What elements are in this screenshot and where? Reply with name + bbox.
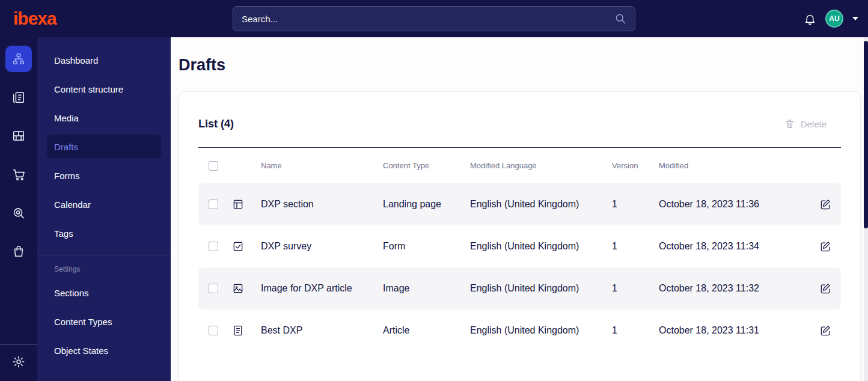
rail-item-dashboard[interactable] — [5, 46, 32, 72]
table-row[interactable]: Best DXP Article English (United Kingdom… — [198, 309, 841, 352]
list-title: List (4) — [198, 118, 234, 130]
sidebar-item-content-types[interactable]: Content Types — [47, 309, 161, 334]
column-header-name: Name — [261, 161, 383, 170]
cell-content-type: Article — [383, 325, 470, 336]
cell-modified: October 18, 2023 11:31 — [659, 325, 810, 336]
icon-rail — [0, 37, 37, 381]
cell-name[interactable]: DXP section — [261, 199, 383, 210]
shop-bag-icon — [12, 245, 25, 258]
sidebar-item-sections[interactable]: Sections — [47, 281, 161, 305]
cell-modified: October 18, 2023 11:34 — [659, 241, 810, 252]
table-header-row: Name Content Type Modified Language Vers… — [198, 147, 841, 183]
table-row[interactable]: DXP section Landing page English (United… — [198, 183, 841, 225]
media-bricks-icon — [12, 129, 25, 142]
settings-section-label: Settings — [54, 265, 161, 273]
topbar: ibexa AU — [0, 0, 868, 37]
edit-draft-button[interactable] — [810, 325, 841, 337]
rail-item-content[interactable] — [5, 84, 32, 111]
cell-language: English (United Kingdom) — [470, 199, 612, 210]
trash-icon — [784, 118, 795, 129]
notifications-bell-icon[interactable] — [804, 13, 816, 25]
sidebar-item-drafts[interactable]: Drafts — [47, 135, 161, 159]
main-content: Drafts List (4) Delete — [171, 37, 868, 381]
cell-modified: October 18, 2023 11:32 — [659, 283, 810, 294]
ibexa-logo[interactable]: ibexa — [13, 8, 57, 29]
cell-content-type: Landing page — [383, 199, 470, 210]
search-input[interactable] — [242, 14, 614, 24]
rail-item-media[interactable] — [5, 123, 32, 149]
rail-item-personalization[interactable] — [5, 200, 32, 226]
delete-button-label: Delete — [801, 119, 827, 129]
topbar-right: AU — [804, 10, 858, 28]
table-row[interactable]: Image for DXP article Image English (Uni… — [198, 267, 841, 309]
cell-name[interactable]: DXP survey — [261, 241, 383, 252]
page-title: Drafts — [179, 55, 861, 75]
cell-version: 1 — [612, 283, 659, 294]
dashboard-sitemap-icon — [12, 52, 25, 66]
column-header-content-type: Content Type — [383, 161, 470, 170]
form-icon — [232, 240, 261, 252]
drafts-card: List (4) Delete — [179, 91, 861, 381]
drafts-table: Name Content Type Modified Language Vers… — [198, 147, 841, 352]
sidebar-item-calendar[interactable]: Calendar — [47, 192, 161, 216]
sidebar-item-object-states[interactable]: Object States — [47, 338, 161, 362]
vertical-scrollbar[interactable] — [864, 37, 868, 381]
avatar[interactable]: AU — [825, 10, 843, 28]
rail-item-commerce[interactable] — [5, 161, 32, 187]
sidebar-item-media[interactable]: Media — [47, 106, 161, 130]
row-checkbox[interactable] — [209, 326, 218, 335]
sidebar-item-dashboard[interactable]: Dashboard — [47, 48, 161, 72]
search-icon[interactable] — [614, 13, 626, 25]
row-checkbox[interactable] — [209, 200, 218, 209]
sidebar-item-content-structure[interactable]: Content structure — [47, 77, 161, 101]
rail-bottom — [0, 344, 37, 381]
global-search[interactable] — [233, 6, 635, 31]
rail-item-shop[interactable] — [5, 238, 32, 264]
cell-modified: October 18, 2023 11:36 — [659, 199, 810, 210]
select-all-checkbox[interactable] — [209, 161, 218, 171]
edit-draft-button[interactable] — [810, 240, 841, 252]
edit-draft-button[interactable] — [810, 198, 841, 210]
shopping-cart-icon — [12, 168, 26, 181]
cell-name[interactable]: Image for DXP article — [261, 283, 383, 294]
article-icon — [232, 325, 261, 337]
rail-item-settings[interactable] — [7, 350, 31, 374]
delete-button[interactable]: Delete — [781, 115, 841, 133]
cell-version: 1 — [612, 241, 659, 252]
sidebar-item-tags[interactable]: Tags — [47, 221, 161, 245]
row-checkbox[interactable] — [209, 242, 218, 251]
sidebar-menu: Dashboard Content structure Media Drafts… — [37, 37, 171, 381]
row-checkbox[interactable] — [209, 284, 218, 293]
cell-version: 1 — [612, 199, 659, 210]
image-icon — [232, 282, 261, 294]
chevron-down-icon[interactable] — [852, 17, 858, 20]
app-root: ibexa AU — [0, 0, 868, 381]
personalization-target-icon — [12, 206, 25, 219]
cell-content-type: Form — [383, 241, 470, 252]
cell-language: English (United Kingdom) — [470, 325, 612, 336]
cell-version: 1 — [612, 325, 659, 336]
card-header: List (4) Delete — [198, 115, 841, 133]
settings-divider — [37, 255, 171, 255]
content-pages-icon — [12, 91, 25, 104]
cell-content-type: Image — [383, 283, 470, 294]
edit-draft-button[interactable] — [810, 282, 841, 294]
cell-name[interactable]: Best DXP — [261, 325, 383, 336]
cell-language: English (United Kingdom) — [470, 283, 612, 294]
cell-language: English (United Kingdom) — [470, 241, 612, 252]
body-row: Dashboard Content structure Media Drafts… — [0, 37, 868, 381]
gear-icon — [12, 355, 25, 368]
landing-page-icon — [232, 198, 261, 210]
column-header-modified-language: Modified Language — [470, 161, 612, 170]
sidebar-item-forms[interactable]: Forms — [47, 163, 161, 187]
scrollbar-thumb[interactable] — [864, 41, 868, 228]
column-header-version: Version — [612, 161, 659, 170]
column-header-modified: Modified — [659, 161, 810, 170]
table-row[interactable]: DXP survey Form English (United Kingdom)… — [198, 225, 841, 267]
